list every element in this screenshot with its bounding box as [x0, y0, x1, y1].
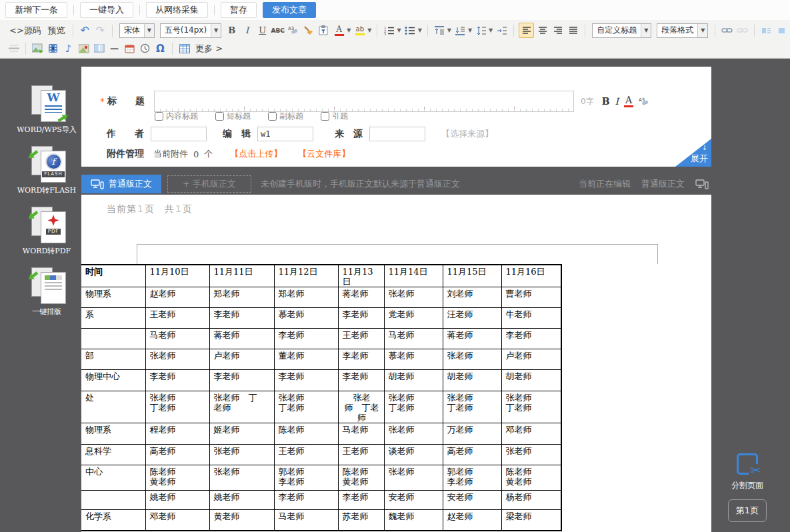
- table-cell[interactable]: 李老师: [338, 349, 384, 370]
- chevron-down-icon[interactable]: ▼: [144, 24, 154, 37]
- preview-button[interactable]: 预览: [45, 25, 68, 37]
- collect-from-web-button[interactable]: 从网络采集: [146, 2, 208, 18]
- table-cell[interactable]: 马老师: [145, 329, 209, 349]
- table-cell[interactable]: 张老师 丁老师: [443, 391, 501, 423]
- align-left-button[interactable]: [519, 23, 534, 38]
- font-size-select[interactable]: 五号(14px) ▼: [160, 23, 221, 38]
- page-break-icon[interactable]: [7, 41, 21, 55]
- font-family-select[interactable]: 宋体 ▼: [119, 23, 155, 38]
- word-to-flash-tool[interactable]: f FLASH WORD转FLASH: [13, 146, 80, 195]
- table-cell[interactable]: 郭老师 李老师: [274, 465, 338, 491]
- one-click-import-button[interactable]: 一键导入: [80, 2, 133, 18]
- source-code-button[interactable]: <>源码: [7, 25, 44, 37]
- paste-as-text-icon[interactable]: [317, 23, 331, 37]
- table-cell[interactable]: 郑老师: [274, 287, 338, 308]
- table-header-cell[interactable]: 11月12日: [274, 265, 338, 287]
- table-cell[interactable]: 张老师: [209, 465, 274, 491]
- table-cell[interactable]: 安老师: [384, 491, 443, 510]
- chevron-down-icon[interactable]: ▼: [641, 24, 651, 37]
- table-cell[interactable]: 胡老师: [384, 370, 443, 391]
- spacing-before-icon[interactable]: [433, 23, 447, 37]
- table-cell[interactable]: 李老师: [338, 370, 384, 391]
- table-cell[interactable]: 汪老师: [443, 308, 501, 329]
- table-cell[interactable]: 胡老师: [443, 370, 501, 391]
- word-wps-import-tool[interactable]: W WORD/WPS导入: [13, 85, 80, 135]
- table-cell[interactable]: 魏老师: [384, 510, 443, 531]
- table-cell[interactable]: 慕老师: [274, 308, 338, 329]
- align-justify-button[interactable]: [566, 23, 580, 37]
- undo-icon[interactable]: ↶: [78, 23, 92, 37]
- table-cell[interactable]: 张老师: [384, 465, 443, 491]
- tab-mobile-content[interactable]: + 手机版正文: [167, 175, 251, 193]
- table-cell[interactable]: 姚老师: [145, 491, 209, 510]
- italic-button[interactable]: I: [240, 23, 254, 37]
- insert-time-icon[interactable]: [138, 41, 152, 55]
- table-row-label[interactable]: [81, 491, 145, 510]
- table-cell[interactable]: 李老师: [338, 308, 384, 329]
- editor-input[interactable]: [257, 127, 313, 141]
- unordered-list-dropdown[interactable]: ▼: [418, 27, 422, 33]
- table-cell[interactable]: 杨老师: [501, 491, 561, 510]
- table-cell[interactable]: 姬老师: [209, 423, 274, 445]
- table-cell[interactable]: 陈老师 黄老师: [501, 465, 561, 491]
- table-row-label[interactable]: [81, 329, 145, 349]
- table-cell[interactable]: 马老师: [384, 329, 443, 349]
- checkbox-sub-title[interactable]: 副标题: [268, 111, 303, 122]
- float-left-icon[interactable]: [759, 23, 773, 37]
- checkbox-input[interactable]: [155, 112, 163, 121]
- table-cell[interactable]: 马老师: [274, 510, 338, 531]
- remove-format-icon[interactable]: A3: [286, 23, 300, 37]
- table-row-label[interactable]: 物理系: [81, 423, 145, 445]
- table-cell[interactable]: 李老师: [209, 308, 274, 329]
- table-row-label[interactable]: 息科学: [81, 445, 145, 465]
- insert-columns-icon[interactable]: [92, 41, 106, 55]
- table-cell[interactable]: 张老师: [501, 445, 561, 465]
- publish-article-button[interactable]: 发布文章: [263, 2, 316, 18]
- checkbox-content-title[interactable]: 内容标题: [155, 111, 198, 122]
- save-draft-button[interactable]: 暂存: [221, 2, 257, 18]
- table-header-cell[interactable]: 11月11日: [209, 265, 274, 287]
- table-cell[interactable]: 安老师: [443, 491, 501, 510]
- table-header-cell[interactable]: 11月10日: [145, 265, 209, 287]
- table-cell[interactable]: 李老师: [209, 370, 274, 391]
- title-input[interactable]: [154, 91, 574, 112]
- line-height-icon[interactable]: [474, 23, 488, 37]
- table-cell[interactable]: 蒋老师: [443, 329, 501, 349]
- highlight-dropdown[interactable]: ▼: [367, 27, 371, 33]
- rich-text-content-area[interactable]: 当前第1页 共1页 时间11月10日11月11日11月12日11月13日11月1…: [81, 195, 711, 532]
- table-cell[interactable]: 王老师: [338, 329, 384, 349]
- align-center-button[interactable]: [535, 23, 549, 37]
- spacing-after-dropdown[interactable]: ▼: [468, 27, 472, 33]
- table-cell[interactable]: 张老师 丁老师: [501, 391, 561, 423]
- chevron-down-icon[interactable]: ▼: [697, 24, 707, 37]
- checkbox-input[interactable]: [268, 112, 277, 121]
- unordered-list-icon[interactable]: [403, 23, 417, 37]
- table-header-cell[interactable]: 时间: [81, 265, 145, 287]
- page-1-button[interactable]: 第1页: [728, 499, 767, 522]
- line-height-dropdown[interactable]: ▼: [489, 27, 493, 33]
- table-row-label[interactable]: 化学系: [81, 510, 145, 531]
- table-cell[interactable]: 曹老师: [501, 287, 561, 308]
- choose-source-link[interactable]: 【选择来源】: [441, 128, 493, 140]
- table-cell[interactable]: 陈老师 黄老师: [145, 465, 209, 491]
- float-center-icon[interactable]: [775, 23, 789, 37]
- table-cell[interactable]: 张老师 丁老师: [274, 391, 338, 423]
- source-input[interactable]: [369, 127, 425, 141]
- table-cell[interactable]: 赵老师: [443, 510, 501, 531]
- table-header-cell[interactable]: 11月14日: [384, 265, 443, 287]
- spacing-after-icon[interactable]: [453, 23, 467, 37]
- table-cell[interactable]: 万老师: [443, 423, 501, 445]
- add-next-article-button[interactable]: 新增下一条: [5, 2, 67, 18]
- highlight-button[interactable]: ab: [353, 23, 367, 37]
- paragraph-format-select[interactable]: 段落格式 ▼: [657, 23, 708, 38]
- table-cell[interactable]: 高老师: [145, 445, 209, 465]
- redo-icon[interactable]: ↷: [93, 23, 107, 37]
- title-bold-button[interactable]: B: [602, 96, 610, 107]
- font-color-button[interactable]: A: [332, 23, 346, 37]
- checkbox-short-title[interactable]: 短标题: [215, 111, 251, 122]
- checkbox-input[interactable]: [321, 112, 329, 121]
- table-cell[interactable]: 李老师: [338, 491, 384, 510]
- table-row-label[interactable]: 物理系: [81, 287, 145, 308]
- word-to-pdf-tool[interactable]: PDF WORD转PDF: [13, 207, 80, 256]
- more-tools-button[interactable]: 更多 >: [193, 43, 225, 55]
